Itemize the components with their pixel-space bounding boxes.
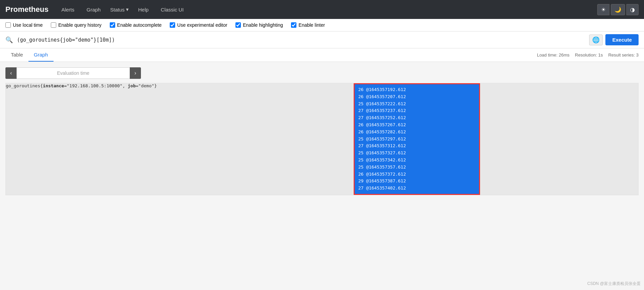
theme-switcher: ☀ 🌙 ◑ xyxy=(597,4,639,15)
value-entry: 27 @1645357237.612 xyxy=(358,107,476,114)
enable-query-history-checkbox[interactable] xyxy=(51,22,56,28)
tabs-left: Table Graph xyxy=(5,48,54,62)
nav-status[interactable]: Status ▾ xyxy=(110,6,129,13)
value-entry: 26 @1645357192.612 xyxy=(358,86,476,93)
query-input[interactable] xyxy=(16,36,586,44)
enable-autocomplete-option[interactable]: Enable autocomplete xyxy=(110,22,162,28)
value-entry: 26 @1645357372.612 xyxy=(358,171,476,178)
value-entry: 25 @1645357357.612 xyxy=(358,164,476,171)
use-local-time-option[interactable]: Use local time xyxy=(5,22,43,28)
search-icon: 🔍 xyxy=(5,36,13,44)
value-entry: 25 @1645357342.612 xyxy=(358,157,476,164)
query-bar: 🔍 🌐 Execute xyxy=(0,31,644,48)
enable-linter-label: Enable linter xyxy=(298,22,325,28)
enable-query-history-option[interactable]: Enable query history xyxy=(51,22,102,28)
metric-text: go_goroutines{instance="192.168.100.5:10… xyxy=(6,83,157,88)
eval-nav: ‹ Evaluation time › xyxy=(5,67,141,79)
value-entry: 25 @1645357297.612 xyxy=(358,136,476,143)
resolution: Resolution: 1s xyxy=(575,52,603,58)
metrics-explorer-button[interactable]: 🌐 xyxy=(589,35,603,45)
status-chevron-icon: ▾ xyxy=(126,6,129,13)
use-local-time-checkbox[interactable] xyxy=(5,22,11,28)
value-highlight-box: 26 @1645357192.61226 @1645357207.61225 @… xyxy=(354,83,480,195)
nav-alerts[interactable]: Alerts xyxy=(59,5,77,14)
execute-button[interactable]: Execute xyxy=(605,34,639,45)
enable-autocomplete-checkbox[interactable] xyxy=(110,22,115,28)
nav-classic-ui[interactable]: Classic UI xyxy=(158,5,187,14)
enable-query-history-label: Enable query history xyxy=(58,22,102,28)
nav-status-label: Status xyxy=(110,7,125,13)
use-experimental-editor-checkbox[interactable] xyxy=(170,22,175,28)
enable-linter-checkbox[interactable] xyxy=(291,22,296,28)
enable-linter-option[interactable]: Enable linter xyxy=(291,22,325,28)
nav-help[interactable]: Help xyxy=(136,5,151,14)
metric-cell: go_goroutines{instance="192.168.100.5:10… xyxy=(6,83,354,195)
value-entry: 25 @1645357327.612 xyxy=(358,150,476,157)
value-entry: 26 @1645357282.612 xyxy=(358,129,476,136)
theme-dark-button[interactable]: 🌙 xyxy=(611,4,625,15)
theme-light-button[interactable]: ☀ xyxy=(597,4,609,15)
value-entry: 27 @1645357252.612 xyxy=(358,114,476,121)
table-row: go_goroutines{instance="192.168.100.5:10… xyxy=(6,83,639,195)
main-content: ‹ Evaluation time › go_goroutines{instan… xyxy=(0,62,644,201)
empty-cell xyxy=(480,83,638,195)
eval-prev-button[interactable]: ‹ xyxy=(5,67,17,79)
use-experimental-editor-option[interactable]: Use experimental editor xyxy=(170,22,227,28)
value-entry: 27 @1645357312.612 xyxy=(358,142,476,150)
tab-graph[interactable]: Graph xyxy=(28,48,54,62)
value-entry: 29 @1645357387.612 xyxy=(358,178,476,185)
value-entry: 26 @1645357207.612 xyxy=(358,93,476,101)
load-time: Load time: 26ms xyxy=(537,52,569,58)
tab-table[interactable]: Table xyxy=(5,48,28,62)
value-entry: 27 @1645357402.612 xyxy=(358,185,476,192)
value-entry: 25 @1645357222.612 xyxy=(358,101,476,108)
nav-graph[interactable]: Graph xyxy=(84,5,104,14)
options-bar: Use local time Enable query history Enab… xyxy=(0,19,644,31)
result-table: go_goroutines{instance="192.168.100.5:10… xyxy=(5,83,639,195)
eval-next-button[interactable]: › xyxy=(130,67,141,79)
use-local-time-label: Use local time xyxy=(13,22,43,28)
brand: Prometheus xyxy=(5,5,48,14)
tabs-bar: Table Graph Load time: 26ms Resolution: … xyxy=(0,48,644,62)
result-series: Result series: 3 xyxy=(608,52,639,58)
eval-time-label: Evaluation time xyxy=(17,67,129,79)
enable-highlighting-checkbox[interactable] xyxy=(235,22,241,28)
tabs-meta: Load time: 26ms Resolution: 1s Result se… xyxy=(537,52,639,58)
value-cell: 26 @1645357192.61226 @1645357207.61225 @… xyxy=(354,83,480,195)
value-entry: 26 @1645357267.612 xyxy=(358,121,476,129)
enable-highlighting-label: Enable highlighting xyxy=(243,22,283,28)
navbar: Prometheus Alerts Graph Status ▾ Help Cl… xyxy=(0,0,644,19)
enable-highlighting-option[interactable]: Enable highlighting xyxy=(235,22,283,28)
theme-auto-button[interactable]: ◑ xyxy=(626,4,639,15)
enable-autocomplete-label: Enable autocomplete xyxy=(117,22,162,28)
use-experimental-editor-label: Use experimental editor xyxy=(177,22,227,28)
